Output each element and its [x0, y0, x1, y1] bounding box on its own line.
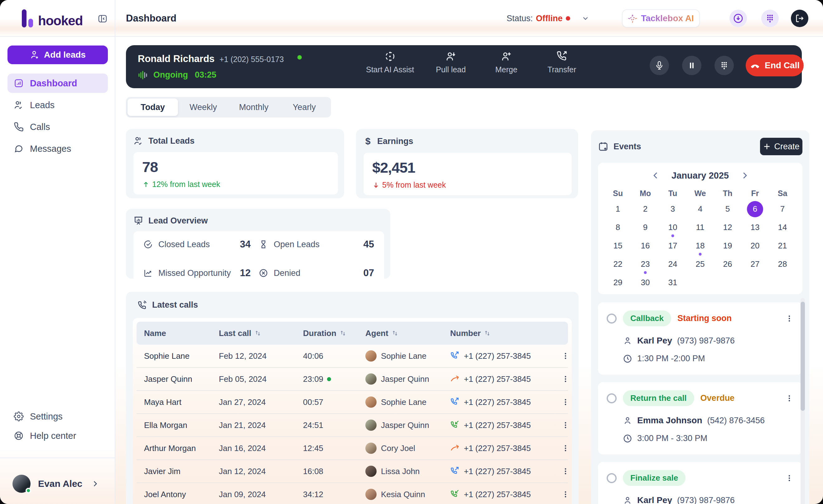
calendar-prev-button[interactable]	[651, 170, 660, 181]
calendar-day[interactable]: 14	[769, 218, 796, 236]
calendar-day[interactable]: 18	[686, 236, 714, 255]
calendar-day[interactable]: 25	[686, 255, 714, 273]
presentation-icon	[133, 216, 143, 226]
end-call-button[interactable]: End Call	[746, 54, 804, 76]
sort-icon	[484, 330, 491, 337]
row-actions-button[interactable]	[561, 350, 570, 362]
add-leads-button[interactable]: Add leads	[7, 45, 108, 64]
calendar-day[interactable]: 24	[659, 255, 686, 273]
calendar-day[interactable]: 4	[686, 200, 714, 218]
table-row[interactable]: Ella MorganJan 21, 202424:51Jasper Quinn…	[137, 414, 568, 437]
calendar-day[interactable]: 13	[741, 218, 769, 236]
chevron-down-icon	[582, 14, 590, 22]
calendar-day[interactable]: 15	[604, 236, 632, 255]
calendar-day[interactable]: 1	[604, 200, 632, 218]
calendar-day[interactable]: 30	[632, 273, 659, 292]
table-row[interactable]: Sophie LaneFeb 12, 202440:06Sophie Lane+…	[137, 345, 568, 368]
logout-icon[interactable]	[791, 10, 808, 27]
event-actions-button[interactable]	[785, 312, 794, 325]
events-scrollbar[interactable]	[801, 298, 805, 504]
calendar-day[interactable]: 23	[632, 255, 659, 273]
transfer-call-button[interactable]: Transfer	[543, 50, 581, 74]
download-circle-icon[interactable]	[729, 10, 747, 27]
avatar	[365, 396, 376, 408]
sidebar-item-settings[interactable]: Settings	[7, 408, 108, 425]
tab-weekly[interactable]: Weekly	[178, 99, 228, 116]
tab-monthly[interactable]: Monthly	[228, 99, 279, 116]
row-actions-button[interactable]	[561, 419, 570, 432]
dialpad-icon[interactable]	[761, 10, 779, 27]
sidebar-collapse-icon[interactable]	[97, 14, 108, 24]
stat-title: Total Leads	[148, 136, 194, 146]
card-title: Latest calls	[152, 300, 198, 310]
calendar-month-label: January 2025	[671, 170, 729, 181]
calendar-day[interactable]: 2	[632, 200, 659, 218]
event-actions-button[interactable]	[785, 472, 794, 484]
calendar-day[interactable]: 9	[632, 218, 659, 236]
calendar-day[interactable]: 17	[659, 236, 686, 255]
start-ai-assist-button[interactable]: Start AI Assist	[366, 50, 414, 74]
calendar-day-selected[interactable]: 6	[741, 200, 769, 218]
calendar-day[interactable]: 21	[769, 236, 796, 255]
merge-call-button[interactable]: Merge	[488, 50, 525, 74]
event-checkbox[interactable]	[607, 314, 617, 324]
scrollbar-thumb[interactable]	[801, 302, 805, 411]
calendar-next-button[interactable]	[740, 170, 750, 181]
agent-cell: Cory Joel	[365, 443, 450, 454]
calendar-day[interactable]: 29	[604, 273, 632, 292]
sidebar-item-messages[interactable]: Messages	[7, 139, 108, 158]
create-event-button[interactable]: Create	[760, 138, 802, 155]
lead-name: Arthur Morgan	[144, 444, 219, 453]
calendar-day[interactable]: 12	[714, 218, 741, 236]
pause-icon	[687, 61, 696, 70]
row-actions-button[interactable]	[561, 442, 570, 455]
tab-yearly[interactable]: Yearly	[279, 99, 330, 116]
sidebar-item-help-center[interactable]: Help center	[7, 427, 108, 445]
table-row[interactable]: Jasper QuinnFeb 05, 202423:09Jasper Quin…	[137, 368, 568, 391]
row-actions-button[interactable]	[561, 396, 570, 408]
sidebar-item-leads[interactable]: Leads	[7, 96, 108, 115]
event-actions-button[interactable]	[785, 392, 794, 404]
calendar-day[interactable]: 10	[659, 218, 686, 236]
column-header-last-call[interactable]: Last call	[219, 329, 303, 338]
calendar-day[interactable]: 16	[632, 236, 659, 255]
row-actions-button[interactable]	[561, 373, 570, 385]
table-row[interactable]: Arthur MorganJan 16, 202412:45Cory Joel+…	[137, 437, 568, 460]
stat-delta: 12% from last week	[142, 180, 329, 189]
avatar	[365, 443, 376, 454]
dialpad-button[interactable]	[714, 56, 734, 75]
calendar-day[interactable]: 31	[659, 273, 686, 292]
calendar-day[interactable]: 5	[714, 200, 741, 218]
profile-menu[interactable]: Evan Alec	[7, 471, 108, 497]
sidebar-item-dashboard[interactable]: Dashboard	[7, 73, 108, 93]
table-row[interactable]: Javier JimJan 12, 202416:08Lissa John+1 …	[137, 460, 568, 483]
tab-today[interactable]: Today	[128, 99, 178, 116]
calendar-day[interactable]: 26	[714, 255, 741, 273]
hold-button[interactable]	[682, 56, 701, 75]
column-header-number[interactable]: Number	[450, 329, 561, 338]
calendar-day[interactable]: 11	[686, 218, 714, 236]
calendar-day[interactable]: 20	[741, 236, 769, 255]
calendar-day[interactable]: 22	[604, 255, 632, 273]
status-dropdown[interactable]: Status: Offline	[507, 0, 590, 37]
calendar-day[interactable]: 19	[714, 236, 741, 255]
microphone-button[interactable]	[650, 56, 669, 75]
calendar-day[interactable]: 27	[741, 255, 769, 273]
calendar-day[interactable]: 7	[769, 200, 796, 218]
table-row[interactable]: Joel AntonyJan 09, 202434:12Kesia Quinn+…	[137, 483, 568, 504]
tacklebox-ai-button[interactable]: Tacklebox AI	[622, 9, 700, 27]
row-actions-button[interactable]	[561, 488, 570, 501]
sidebar-item-calls[interactable]: Calls	[7, 117, 108, 137]
event-checkbox[interactable]	[607, 393, 617, 403]
event-status: Starting soon	[677, 314, 732, 323]
event-checkbox[interactable]	[607, 473, 617, 483]
row-actions-button[interactable]	[561, 465, 570, 478]
pull-lead-button[interactable]: Pull lead	[432, 50, 470, 74]
table-row[interactable]: Maya HartJan 27, 202400:57Sophie Lane+1 …	[137, 391, 568, 414]
calendar-day[interactable]: 28	[769, 255, 796, 273]
column-header-duration[interactable]: Duration	[303, 329, 365, 338]
column-header-agent[interactable]: Agent	[365, 329, 450, 338]
calendar-day[interactable]: 8	[604, 218, 632, 236]
call-status: Ongoing 03:25	[138, 70, 216, 80]
calendar-day[interactable]: 3	[659, 200, 686, 218]
